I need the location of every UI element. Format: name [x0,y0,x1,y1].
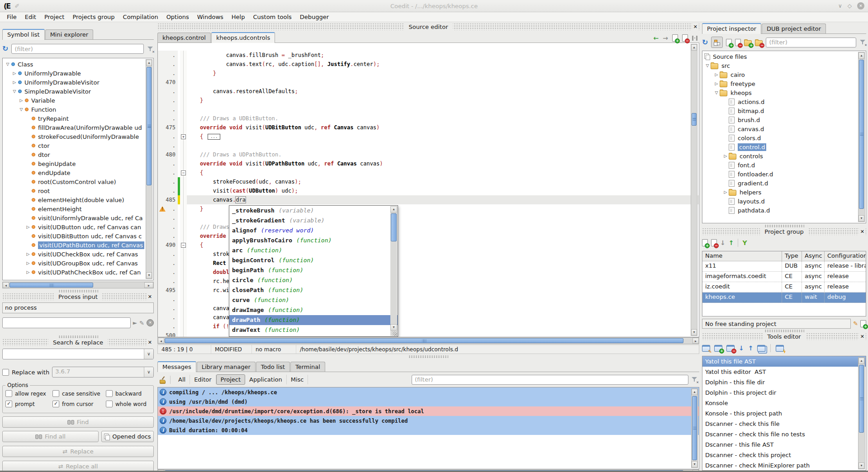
expander-icon[interactable]: ▷ [18,98,24,103]
code-line[interactable]: .− { [158,168,699,177]
expander-icon[interactable]: ▷ [713,81,720,86]
menu-project[interactable]: Project [40,13,68,21]
completion-item-drawimage[interactable]: drawImage(function) [229,305,398,315]
message-row[interactable]: icompiling / ... /kheops/kheops.ce [158,387,699,397]
column-header-async[interactable]: Async [802,251,825,261]
completion-item-applybrushtocairo[interactable]: applyBrushToCairo(function) [229,236,398,245]
tab-mini-explorer[interactable]: Mini explorer [45,29,94,39]
symbol-item-strokefocused-uniformlyd[interactable]: strokeFocused(UniformlyDrawable [3,132,153,141]
tab-project-inspector[interactable]: Project inspector [702,23,761,34]
scroll-thumb[interactable] [165,338,683,343]
tool-item-dscanner-check-this-file[interactable]: Dscanner - check this file [702,419,866,429]
scroll-down-icon[interactable]: ▾ [859,463,864,469]
replace-button[interactable]: ⇄ Replace [2,446,154,457]
menu-help[interactable]: Help [228,13,249,21]
tool-item-yatol-this-file-ast[interactable]: Yatol this file AST [702,356,866,367]
scroll-thumb[interactable] [391,213,397,241]
find-button[interactable]: Find [2,416,154,428]
message-row[interactable]: !/usr/include/dmd/druntime/import/core/e… [158,406,699,416]
filter-clear-icon[interactable]: ✕ [859,39,866,46]
maximize-button[interactable]: ◇ [848,3,852,9]
option-whole-word[interactable]: whole word [106,401,151,407]
scroll-up-icon[interactable]: ▴ [390,206,397,212]
file-item-freetype[interactable]: ▷freetype [702,79,866,88]
symbol-item-elementheight[interactable]: elementHeight [3,204,153,213]
checkbox[interactable] [52,390,59,397]
option-from-cursor[interactable]: ✓from cursor [52,401,106,407]
project-row-iz-coedit[interactable]: iz.coeditCEasyncrelease [702,282,866,293]
scroll-thumb[interactable] [147,67,152,185]
scroll-thumb[interactable] [859,60,864,209]
messages-filter-all[interactable]: All [174,375,190,384]
line-number[interactable]: 475 [158,123,178,132]
option-case-sensitive[interactable]: case sensitive [52,390,106,397]
code-line[interactable]: . canvas.restoreAllDefaults; [158,87,699,96]
line-number[interactable]: 495 [158,286,178,295]
code-editor[interactable]: . canvas.fillBrush = _brushFont;. canvas… [157,43,699,337]
expander-icon[interactable]: ▷ [722,190,729,194]
completion-item-begincontrol[interactable]: beginControl(function) [229,255,398,265]
add-folder-icon[interactable] [744,40,752,46]
completion-item-arc[interactable]: arc(function) [229,245,398,255]
expander-icon[interactable]: ▷ [25,270,31,274]
tab-dub-project-editor[interactable]: DUB project editor [762,24,826,33]
close-button[interactable]: ✕ [857,2,864,9]
message-row[interactable]: iBuild duration: 00:00:04 [158,425,699,435]
minimize-button[interactable]: ∨ [838,3,842,9]
line-number[interactable]: . [158,186,178,195]
menu-custom-tools[interactable]: Custom tools [249,13,295,21]
remove-project-icon[interactable] [711,239,717,246]
tool-item-konsole[interactable]: Konsole [702,398,866,408]
send-input-icon[interactable]: ► [133,320,137,326]
line-number[interactable]: . [158,259,178,268]
line-number[interactable]: . [158,313,178,322]
line-number[interactable]: . [158,250,178,259]
symbol-item-beginupdate[interactable]: beginUpdate [3,159,153,168]
symbol-item-visit-udbutton-udc-ref[interactable]: ▷visit(UDButton udc, ref Canvas can [3,222,153,231]
refresh-icon[interactable]: ↻ [702,39,708,46]
line-number[interactable]: . [158,87,178,96]
tool-item-yatol-this-editor-ast[interactable]: Yatol this editor AST [702,367,866,377]
line-number[interactable]: 470 [158,78,178,87]
file-item-cairo[interactable]: ▷cairo [702,70,866,79]
menu-file[interactable]: File [3,13,21,21]
line-number[interactable]: . [158,114,178,123]
menu-projects-group[interactable]: Projects group [68,13,119,21]
messages-filter-project[interactable]: Project [216,374,245,385]
line-number[interactable]: . [158,60,178,69]
splitter-grip[interactable] [58,290,98,293]
option-allow-regex[interactable]: allow regex [5,390,52,397]
split-view-icon[interactable] [692,36,697,41]
expander-icon[interactable]: ▽ [704,63,711,68]
scroll-up-icon[interactable]: ▴ [146,60,152,66]
scroll-up-icon[interactable]: ▴ [691,44,697,51]
tab-messages[interactable]: Messages [157,361,196,372]
symbol-item-visit-uniformlydrawable[interactable]: visit(UniformlyDrawable udc, ref Ca [3,213,153,222]
scroll-thumb[interactable] [692,113,697,126]
symbol-item-endupdate[interactable]: endUpdate [3,168,153,177]
line-number[interactable]: 485 [158,195,178,204]
file-item-gradient-d[interactable]: gradient.d [702,179,866,188]
expander-icon[interactable]: ▷ [713,72,720,77]
tool-item-dscanner-check-this-project[interactable]: Dscanner - check this project [702,450,866,460]
remove-folder-icon[interactable] [755,40,763,46]
code-line[interactable]: . } [158,69,699,78]
checkbox[interactable]: ✓ [5,401,12,407]
splitter-grip[interactable] [764,330,804,332]
expander-icon[interactable]: ▷ [11,71,18,76]
code-line[interactable]: . canvas.fillBrush = _brushFont; [158,51,699,60]
checkbox[interactable] [106,390,113,397]
move-down-icon[interactable]: ↓ [720,240,726,246]
fold-toggle-icon[interactable]: − [181,243,186,248]
add-file-icon[interactable] [726,39,732,46]
line-number[interactable]: . [158,231,178,241]
checkbox[interactable] [106,401,113,407]
messages-filter-misc[interactable]: Misc [287,375,308,384]
completion-item-drawpath[interactable]: drawPath(function) [229,315,398,325]
menu-windows[interactable]: Windows [193,13,228,21]
filter-clear-icon[interactable]: ✕ [147,46,154,52]
line-number[interactable]: . [158,105,178,114]
expander-icon[interactable]: ▽ [713,90,720,95]
column-header-configuration[interactable]: Configuration [825,251,866,261]
expander-icon[interactable]: ▷ [25,252,31,256]
